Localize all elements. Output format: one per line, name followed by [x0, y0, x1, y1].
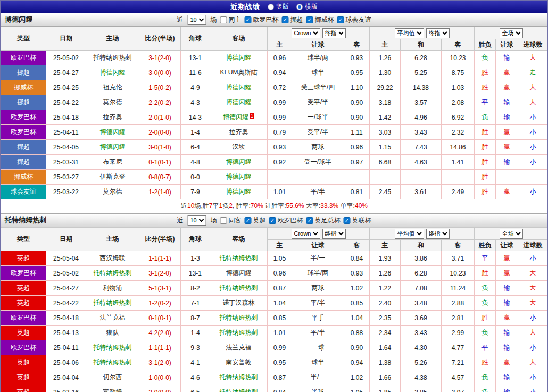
home-team[interactable]: 狼队 [86, 326, 139, 340]
match-score[interactable]: 0-1(0-1) [139, 155, 181, 170]
checkbox-checked-icon[interactable]: ✓ [282, 16, 289, 23]
home-team[interactable]: 布莱尼 [86, 155, 139, 170]
bookmaker-select[interactable]: Crown [292, 28, 320, 38]
match-score[interactable]: 1-2(0-2) [139, 296, 181, 311]
match-date: 25-04-11 [46, 340, 86, 355]
match-score[interactable]: 1-1(1-1) [139, 340, 181, 355]
away-team[interactable]: 托特纳姆热刺 [210, 311, 268, 326]
league-filter-checkbox[interactable]: ✓挪威杯 [306, 15, 334, 24]
away-team[interactable]: 汉坎 [210, 140, 268, 155]
league-filter-checkbox[interactable]: ✓球会友谊 [337, 15, 371, 24]
corner-score: 8-7 [181, 311, 210, 326]
away-team[interactable]: 博德闪耀 [210, 80, 268, 95]
away-team[interactable]: 南安普敦 [210, 355, 268, 370]
home-team[interactable]: 托特纳姆热刺 [86, 51, 139, 65]
away-team[interactable]: KFUM奥斯陆 [210, 65, 268, 80]
league-filter-checkbox[interactable]: ✓英联杯 [344, 216, 371, 225]
away-team[interactable]: 托特纳姆热刺 [210, 281, 268, 296]
average-select[interactable]: 平均值 [395, 28, 424, 38]
home-team[interactable]: 富勒姆 [86, 385, 139, 392]
home-team[interactable]: 祖克伦 [86, 80, 139, 95]
avg-home-odds [370, 170, 401, 185]
bookmaker-select[interactable]: Crown [292, 229, 320, 239]
match-score[interactable]: 2-0(0-0) [139, 125, 181, 140]
same-venue-checkbox[interactable]: 同客 [220, 216, 242, 225]
home-team[interactable]: 莫尔德 [86, 95, 139, 110]
match-score[interactable]: 1-1(1-1) [139, 251, 181, 266]
away-team[interactable]: 诺丁汉森林 [210, 296, 268, 311]
checkbox-checked-icon[interactable]: ✓ [337, 16, 344, 23]
away-team[interactable]: 博德闪耀1 [210, 110, 268, 125]
home-team[interactable]: 托特纳姆热刺 [86, 340, 139, 355]
home-team[interactable]: 博德闪耀 [86, 140, 139, 155]
layout-radio-vertical[interactable]: 竖版 [268, 2, 289, 11]
away-team[interactable]: 托特纳姆热刺 [210, 326, 268, 340]
average-final-select[interactable]: 终指 [426, 229, 450, 239]
match-score[interactable]: 1-0(0-0) [139, 370, 181, 385]
home-team[interactable]: 拉齐奥 [86, 110, 139, 125]
layout-radio-horizontal[interactable]: 横版 [296, 2, 318, 11]
match-score[interactable]: 5-1(3-1) [139, 281, 181, 296]
checkbox-unchecked-icon[interactable] [220, 16, 227, 23]
home-team[interactable]: 莫尔德 [86, 185, 139, 199]
away-team[interactable]: 博德闪耀 [210, 155, 268, 170]
match-score[interactable]: 3-0(1-0) [139, 140, 181, 155]
checkbox-checked-icon[interactable]: ✓ [245, 217, 252, 224]
home-team[interactable]: 博德闪耀 [86, 65, 139, 80]
radio-horizontal-icon[interactable] [296, 4, 303, 10]
home-team[interactable]: 伊斯克登 [86, 170, 139, 185]
home-team[interactable]: 博德闪耀 [86, 125, 139, 140]
checkbox-checked-icon[interactable]: ✓ [269, 217, 276, 224]
league-filter-checkbox[interactable]: ✓欧罗巴杯 [269, 216, 303, 225]
recent-count-select[interactable]: 10 [188, 215, 206, 226]
final-odds-select[interactable]: 终指 [322, 229, 346, 239]
league-filter-checkbox[interactable]: ✓挪超 [282, 15, 303, 24]
home-team[interactable]: 切尔西 [86, 370, 139, 385]
league-filter-checkbox[interactable]: ✓英超 [245, 216, 266, 225]
checkbox-checked-icon[interactable]: ✓ [306, 16, 313, 23]
home-team[interactable]: 托特纳姆热刺 [86, 266, 139, 281]
match-score[interactable]: 3-1(2-0) [139, 266, 181, 281]
match-score[interactable]: 2-0(1-0) [139, 110, 181, 125]
match-score[interactable]: 3-1(2-0) [139, 51, 181, 65]
average-select[interactable]: 平均值 [395, 229, 424, 239]
match-score[interactable]: 0-1(0-1) [139, 311, 181, 326]
full-match-select[interactable]: 全场 [500, 28, 523, 38]
final-odds-select[interactable]: 终指 [322, 28, 346, 38]
radio-vertical-icon[interactable] [268, 4, 274, 10]
league-filter-checkbox[interactable]: ✓欧罗巴杯 [245, 15, 279, 24]
away-team[interactable]: 博德闪耀 [210, 95, 268, 110]
home-team[interactable]: 利物浦 [86, 281, 139, 296]
match-score[interactable]: 3-1(2-0) [139, 355, 181, 370]
recent-count-select[interactable]: 10 [188, 15, 206, 25]
match-score[interactable]: 0-8(0-7) [139, 170, 181, 185]
away-team[interactable]: 托特纳姆热刺 [210, 370, 268, 385]
same-venue-checkbox[interactable]: 同主 [220, 15, 242, 24]
away-team[interactable]: 托特纳姆热刺 [210, 251, 268, 266]
away-team[interactable]: 博德闪耀 [210, 51, 268, 65]
away-team[interactable]: 博德闪耀 [210, 266, 268, 281]
average-final-select[interactable]: 终指 [426, 28, 450, 38]
full-match-select[interactable]: 全场 [500, 229, 523, 239]
match-score[interactable]: 1-5(0-2) [139, 80, 181, 95]
checkbox-checked-icon[interactable]: ✓ [306, 217, 313, 224]
league-filter-checkbox[interactable]: ✓英足总杯 [306, 216, 341, 225]
checkbox-checked-icon[interactable]: ✓ [245, 16, 252, 23]
away-team[interactable]: 博德闪耀 [210, 170, 268, 185]
checkbox-unchecked-icon[interactable] [220, 217, 227, 224]
home-team[interactable]: 西汉姆联 [86, 251, 139, 266]
home-team[interactable]: 托特纳姆热刺 [86, 355, 139, 370]
match-score[interactable]: 3-0(0-0) [139, 65, 181, 80]
away-team[interactable]: 博德闪耀 [210, 185, 268, 199]
home-team[interactable]: 托特纳姆热刺 [86, 296, 139, 311]
match-score[interactable]: 1-2(1-0) [139, 185, 181, 199]
match-score[interactable]: 2-0(0-0) [139, 385, 181, 392]
checkbox-checked-icon[interactable]: ✓ [344, 217, 351, 224]
away-team[interactable]: 拉齐奥 [210, 125, 268, 140]
away-team[interactable]: 托特纳姆热刺 [210, 385, 268, 392]
avg-draw-odds: 4.96 [401, 110, 442, 125]
match-score[interactable]: 4-2(2-0) [139, 326, 181, 340]
match-score[interactable]: 2-2(0-2) [139, 95, 181, 110]
away-team[interactable]: 法兰克福 [210, 340, 268, 355]
home-team[interactable]: 法兰克福 [86, 311, 139, 326]
